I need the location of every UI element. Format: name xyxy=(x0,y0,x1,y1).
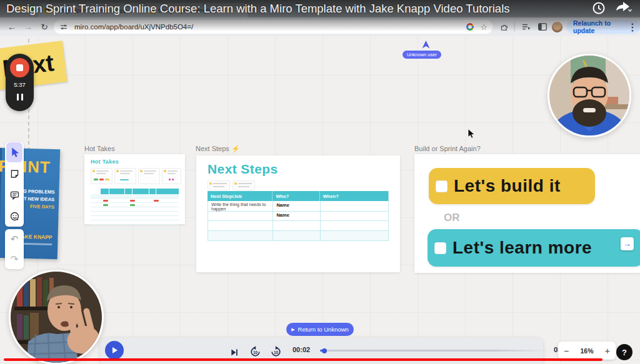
webcam-participant-top xyxy=(548,54,631,137)
option-label: Let's build it xyxy=(454,176,561,196)
skip-next-icon xyxy=(229,348,239,357)
cursor-icon xyxy=(9,147,20,158)
select-tool[interactable] xyxy=(6,142,22,162)
frame-label-hot-takes[interactable]: Hot Takes xyxy=(84,145,115,152)
site-settings-icon[interactable] xyxy=(60,23,68,31)
webcam-presenter-bottom xyxy=(9,270,104,364)
emoji-sticker-icon xyxy=(9,211,20,222)
browser-toolbar: ← → ↻ miro.com/app/board/uXjVNPdb5O4=/ ☆… xyxy=(0,17,640,36)
url-text[interactable]: miro.com/app/board/uXjVNPdb5O4=/ xyxy=(74,23,463,31)
extensions-puzzle-icon[interactable] xyxy=(498,17,510,36)
checkbox[interactable] xyxy=(436,180,448,192)
table-row: Write the thing that needs to happen Nam… xyxy=(208,201,389,211)
next-steps-frame[interactable]: Next Steps Next Step/Job Who? When? Writ… xyxy=(196,155,400,272)
rewind-10-icon: 10 xyxy=(249,346,261,358)
collaborator-name-badge: Unknown user xyxy=(402,51,441,59)
return-to-user-button[interactable]: ▶ Return to Unknown xyxy=(286,323,354,336)
zoom-level[interactable]: 16% xyxy=(580,347,593,355)
google-icon[interactable] xyxy=(466,23,474,31)
sticky-note-icon xyxy=(9,169,20,179)
collaborator-cursor-icon xyxy=(422,40,430,51)
comment-tool[interactable] xyxy=(6,185,22,205)
svg-text:10: 10 xyxy=(273,350,278,355)
zoom-out-button[interactable]: − xyxy=(564,346,569,356)
table-row: Name xyxy=(208,211,389,221)
recording-timer: 5:37 xyxy=(14,81,26,88)
bookmark-star-icon[interactable]: ☆ xyxy=(480,22,488,32)
miro-canvas[interactable]: Next 5:37 SPRINT BIG PROBLEMS TEST NEW I… xyxy=(0,36,640,364)
address-bar[interactable]: miro.com/app/board/uXjVNPdb5O4=/ ☆ xyxy=(54,20,492,34)
toolbar-divider: | xyxy=(512,17,516,36)
browser-menu-icon[interactable]: ⋮ xyxy=(628,17,638,36)
stickers-emoji-tool[interactable] xyxy=(6,206,22,226)
forward-10-icon: 10 xyxy=(270,346,282,358)
instruction-card xyxy=(208,180,230,190)
mouse-cursor xyxy=(468,129,475,141)
stop-recording-button[interactable] xyxy=(10,58,29,77)
instruction-card xyxy=(162,168,181,184)
play-button[interactable] xyxy=(105,341,124,360)
youtube-progress-bar[interactable] xyxy=(4,358,602,361)
reload-icon[interactable]: ↻ xyxy=(38,17,51,36)
seek-bar-knob[interactable] xyxy=(322,348,327,353)
miro-toolbar xyxy=(5,142,24,227)
play-icon xyxy=(111,347,118,354)
forward-10-button[interactable]: 10 xyxy=(269,345,282,359)
sidepanel-icon[interactable] xyxy=(536,17,549,36)
svg-text:10: 10 xyxy=(252,350,258,355)
screenshot-root: M Design Sprint by Jake Knapp M Design S… xyxy=(0,0,640,364)
watch-later-icon[interactable] xyxy=(592,1,606,17)
lets-build-it-option[interactable]: Let's build it xyxy=(429,168,595,204)
table-header-row: Next Step/Job Who? When? xyxy=(208,191,389,201)
column-header: When? xyxy=(320,191,389,201)
option-label: Let's learn more xyxy=(452,238,592,258)
help-button[interactable]: ? xyxy=(616,344,632,360)
cursor-chip-icon: ▶ xyxy=(291,327,294,332)
hot-takes-frame[interactable]: Hot Takes xyxy=(84,154,185,224)
build-or-sprint-frame[interactable]: Let's build it OR Let's learn more → xyxy=(414,154,640,273)
or-label: OR xyxy=(444,212,460,224)
instruction-card xyxy=(138,168,160,184)
hot-takes-table xyxy=(91,189,179,229)
book-subtitle-line: FIVE DAYS xyxy=(30,204,54,210)
next-steps-table: Next Step/Job Who? When? Write the thing… xyxy=(208,191,389,241)
miro-history-panel: ↶ ↷ xyxy=(5,229,24,269)
table-row xyxy=(208,221,389,231)
redo-icon[interactable]: ↷ xyxy=(6,250,22,268)
next-steps-title: Next Steps xyxy=(208,162,278,177)
sticky-note-tool[interactable] xyxy=(6,164,22,184)
instruction-card xyxy=(114,168,136,184)
hot-takes-title: Hot Takes xyxy=(91,159,119,165)
current-time: 00:02 xyxy=(292,346,310,353)
column-header: Who? xyxy=(272,191,319,201)
bolt-icon: ⚡ xyxy=(231,145,240,152)
book-subtitle-line: BIG PROBLEMS xyxy=(18,189,54,195)
instruction-card xyxy=(91,168,112,184)
profile-avatar[interactable] xyxy=(550,17,564,36)
zoom-control: − 16% + xyxy=(558,342,616,360)
table-row xyxy=(208,231,389,241)
comment-icon xyxy=(9,190,20,200)
pause-recording-button[interactable] xyxy=(17,94,23,101)
column-header: Next Step/Job xyxy=(208,191,272,201)
rewind-10-button[interactable]: 10 xyxy=(249,345,261,359)
skip-next-button[interactable] xyxy=(228,347,239,358)
video-title: Design Sprint Training Online Course: Le… xyxy=(6,2,510,16)
undo-icon[interactable]: ↶ xyxy=(6,230,22,248)
open-link-arrow-button[interactable]: → xyxy=(621,237,634,250)
instruction-card xyxy=(232,180,255,190)
lets-learn-more-option[interactable]: Let's learn more xyxy=(428,229,640,267)
checkbox[interactable] xyxy=(434,242,446,254)
zoom-in-button[interactable]: + xyxy=(605,346,610,356)
frame-label-build[interactable]: Build or Sprint Again? xyxy=(414,145,481,152)
frame-label-next-steps[interactable]: Next Steps ⚡ xyxy=(196,145,240,153)
recording-widget: 5:37 xyxy=(6,54,34,111)
forward-icon[interactable]: → xyxy=(21,17,35,36)
share-icon[interactable] xyxy=(614,1,633,18)
playlist-extension-icon[interactable] xyxy=(520,17,532,36)
seek-bar[interactable] xyxy=(320,350,549,352)
back-icon[interactable]: ← xyxy=(5,17,19,36)
